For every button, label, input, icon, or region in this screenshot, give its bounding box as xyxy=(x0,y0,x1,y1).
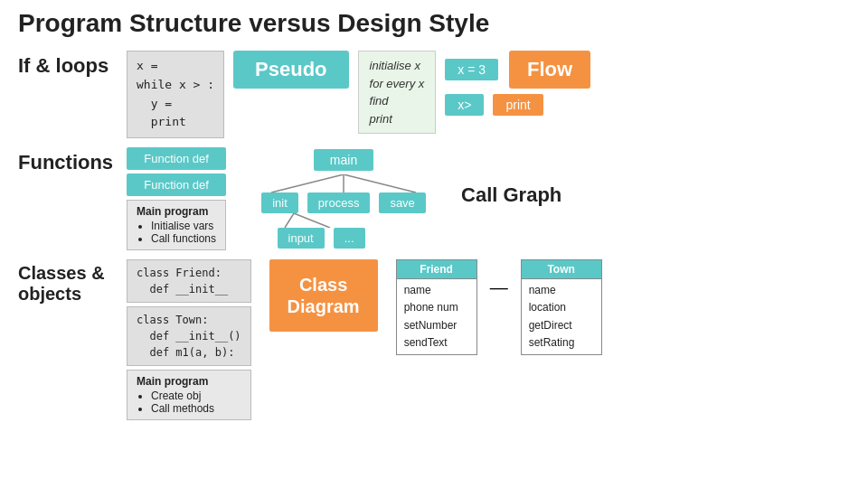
code-line-2: while x > : xyxy=(137,76,214,95)
class-town-code: class Town: def __init__() def m1(a, b): xyxy=(127,306,251,366)
class-friend-line2: def __init__ xyxy=(137,281,241,297)
class-arrow: — xyxy=(490,277,508,298)
main-program-item-1: Initialise vars xyxy=(151,220,216,232)
friend-table-header: Friend xyxy=(397,260,476,279)
classes-label-text: Classes &objects xyxy=(18,263,105,305)
main-program-box: Main program Initialise vars Call functi… xyxy=(127,200,226,250)
friend-row-2: phone num xyxy=(404,299,469,316)
svg-line-0 xyxy=(271,174,344,192)
classes-main-list: Create obj Call methods xyxy=(137,389,241,415)
pseudo-text: initialise x for every x find print xyxy=(358,51,437,134)
friend-row-1: name xyxy=(404,282,469,299)
cg-node-input: input xyxy=(278,228,325,249)
pseudo-line-2: for every x xyxy=(370,75,425,93)
town-table: Town name location getDirect setRating xyxy=(521,259,602,355)
flow-bottom-row: x> print xyxy=(445,94,542,116)
town-row-2: location xyxy=(529,299,594,316)
if-loops-code: x = while x > : y = print xyxy=(127,51,224,138)
if-loops-row: If & loops x = while x > : y = print Pse… xyxy=(18,51,850,138)
classes-main-item-2: Call methods xyxy=(151,402,241,415)
code-line-3: y = xyxy=(137,95,214,114)
friend-table-body: name phone num setNumber sendText xyxy=(397,279,476,354)
svg-line-2 xyxy=(344,174,416,192)
cg-lines xyxy=(244,174,443,192)
svg-line-3 xyxy=(285,213,294,228)
cg-tree-lines2 xyxy=(267,213,375,228)
town-row-3: getDirect xyxy=(529,317,594,334)
classes-main-program: Main program Create obj Call methods xyxy=(127,370,251,420)
cg-tree-lines xyxy=(244,174,443,192)
functions-row: Functions Function def Function def Main… xyxy=(18,147,850,250)
town-table-body: name location getDirect setRating xyxy=(522,279,601,354)
code-line-1: x = xyxy=(137,57,214,76)
page-title: Program Structure versus Design Style xyxy=(18,9,850,38)
town-table-header: Town xyxy=(522,260,601,279)
func-box-1: Function def xyxy=(127,147,226,170)
class-friend-line1: class Friend: xyxy=(137,265,241,281)
pseudo-line-3: find xyxy=(370,92,425,110)
cg-node-init: init xyxy=(261,192,298,213)
friend-table-wrap: Friend name phone num setNumber sendText xyxy=(396,259,477,355)
class-town-line3: def m1(a, b): xyxy=(137,344,241,361)
flow-eq-box: x = 3 xyxy=(445,59,498,80)
functions-label: Functions xyxy=(18,147,127,174)
cg-main-node: main xyxy=(314,149,373,171)
class-diagram-label: ClassDiagram xyxy=(269,259,378,332)
svg-line-4 xyxy=(294,213,330,228)
main-program-item-2: Call functions xyxy=(151,232,216,245)
class-town-line2: def __init__() xyxy=(137,328,241,344)
cg-node-save: save xyxy=(379,192,425,213)
pseudo-line-1: initialise x xyxy=(370,57,425,75)
cg-lines2 xyxy=(267,213,375,228)
class-code-col: class Friend: def __init__ class Town: d… xyxy=(127,259,251,420)
friend-row-4: sendText xyxy=(404,334,469,352)
friend-row-3: setNumber xyxy=(404,317,469,334)
page: Program Structure versus Design Style If… xyxy=(0,0,868,488)
cg-node-dots: ... xyxy=(334,228,365,249)
pseudo-label: Pseudo xyxy=(233,51,348,89)
main-program-list: Initialise vars Call functions xyxy=(137,220,216,245)
call-graph-tree: main init process save xyxy=(244,149,443,249)
classes-main-label: Main program xyxy=(137,375,241,388)
flow-print-box: print xyxy=(493,94,542,116)
code-line-4: print xyxy=(137,113,214,132)
classes-label: Classes &objects xyxy=(18,259,127,305)
class-friend-code: class Friend: def __init__ xyxy=(127,259,251,303)
cg-node-process: process xyxy=(307,192,371,213)
flow-top-row: x = 3 Flow xyxy=(445,51,590,89)
flow-label: Flow xyxy=(509,51,590,89)
flow-col: x = 3 Flow x> print xyxy=(445,51,590,116)
class-town-line1: class Town: xyxy=(137,312,241,328)
classes-row: Classes &objects class Friend: def __ini… xyxy=(18,259,850,420)
town-row-4: setRating xyxy=(529,334,594,352)
classes-main-item-1: Create obj xyxy=(151,389,241,402)
func-box-2: Function def xyxy=(127,174,226,196)
friend-table: Friend name phone num setNumber sendText xyxy=(396,259,477,355)
call-graph-label: Call Graph xyxy=(461,183,561,207)
town-row-1: name xyxy=(529,282,594,299)
cg-level1: init process save xyxy=(261,192,426,213)
pseudo-line-4: print xyxy=(370,110,425,128)
if-loops-label: If & loops xyxy=(18,51,127,78)
flow-arrow-box: x> xyxy=(445,94,484,116)
func-col: Function def Function def Main program I… xyxy=(127,147,226,250)
cg-level2: input ... xyxy=(278,228,365,249)
main-program-label: Main program xyxy=(137,205,216,218)
town-table-wrap: Town name location getDirect setRating xyxy=(521,259,602,355)
